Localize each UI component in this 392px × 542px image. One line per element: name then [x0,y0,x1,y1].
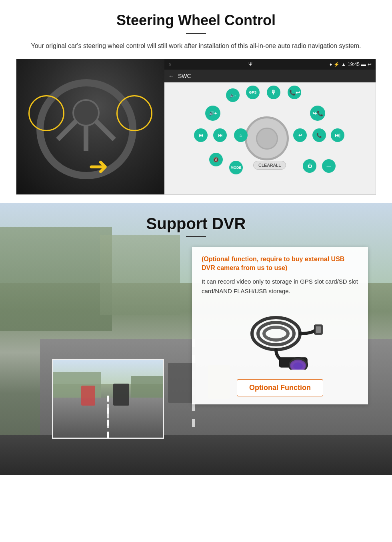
dvr-info-card: (Optional function, require to buy exter… [192,247,368,404]
dvr-camera-illustration [202,302,358,374]
btn-power[interactable]: ⏻ [303,159,316,173]
status-time: 19:45 [348,62,360,67]
swc-title: Steering Wheel Control [16,12,376,29]
btn-next[interactable]: ⏭ [213,128,227,142]
dvr-title: Support DVR [0,215,392,233]
btn-vol-mute[interactable]: 🔇 [209,153,223,166]
dvr-section: Support DVR (Optional function, require … [0,203,392,475]
dvr-small-road [53,360,163,438]
swc-description: Your original car's steering wheel contr… [16,41,376,51]
swc-content-area: ➜ ⌂ Ψ ♦ ⚡ ▲ 19:45 ▬ ↩ ← SWC [16,59,376,195]
btn-vol-down[interactable]: 🔉- [226,88,240,102]
swc-nav-bar: ← SWC [164,70,376,82]
dvr-divider [186,236,206,237]
btn-clear-all[interactable]: CLEARALL [253,161,286,170]
swc-photo: ➜ [16,59,164,194]
btn-back[interactable]: ↩ [293,128,307,142]
swc-section: Steering Wheel Control Your original car… [0,0,392,203]
btn-prev[interactable]: ⏮ [194,128,208,142]
swc-controls: 🔉- GPS 🎙 📞↩ 🔊+ ↪📞 [164,82,376,194]
yellow-arrow: ➜ [88,154,108,178]
swc-button-layout: 🔉- GPS 🎙 📞↩ 🔊+ ↪📞 [194,82,346,194]
status-icons: ♦ ⚡ ▲ 19:45 ▬ ↩ [330,62,372,67]
svg-rect-4 [316,326,321,333]
btn-skip-end[interactable]: ⏭| [331,128,344,142]
usb-icon: Ψ [248,62,252,67]
hl-left-circle [28,95,64,131]
dvr-optional-text: (Optional function, require to buy exter… [202,255,358,273]
swc-nav-title: SWC [178,73,191,79]
optional-function-button[interactable]: Optional Function [237,379,323,396]
battery-icon: ▬ [361,62,366,67]
btn-prev-call[interactable]: 📞↩ [288,86,301,99]
svg-point-2 [264,327,288,340]
btn-minus-line[interactable]: — [322,159,336,173]
btn-mode[interactable]: MODE [229,161,243,174]
swc-screen: ⌂ Ψ ♦ ⚡ ▲ 19:45 ▬ ↩ ← SWC [164,59,376,194]
btn-gps[interactable]: GPS [246,86,260,99]
swc-divider [186,33,206,34]
bluetooth-icon: ⚡ [334,62,340,67]
location-icon: ♦ [330,62,332,67]
wifi-icon: ▲ [341,62,346,67]
nav-back-icon[interactable]: ← [168,73,174,79]
btn-vol-plus[interactable]: 🔊+ [205,106,220,121]
dvr-title-area: Support DVR [0,215,392,237]
dvr-camera-svg [236,306,324,370]
dvr-description: It can record video only to storage in G… [202,277,358,296]
steering-wheel-bg: ➜ [16,59,164,194]
btn-mic[interactable]: 🎙 [267,86,280,99]
btn-next-call[interactable]: ↪📞 [310,106,325,121]
back-icon: ↩ [368,62,372,67]
dvr-small-screen [52,359,164,439]
btn-phone-hang[interactable]: 📞 [312,128,326,142]
dvr-card-bottom: Optional Function [202,379,358,396]
hl-right-circle [116,95,152,131]
swc-status-bar: ⌂ Ψ ♦ ⚡ ▲ 19:45 ▬ ↩ [164,59,376,70]
btn-home[interactable]: ⌂ [234,128,248,142]
nav-home-icon: ⌂ [168,62,171,67]
